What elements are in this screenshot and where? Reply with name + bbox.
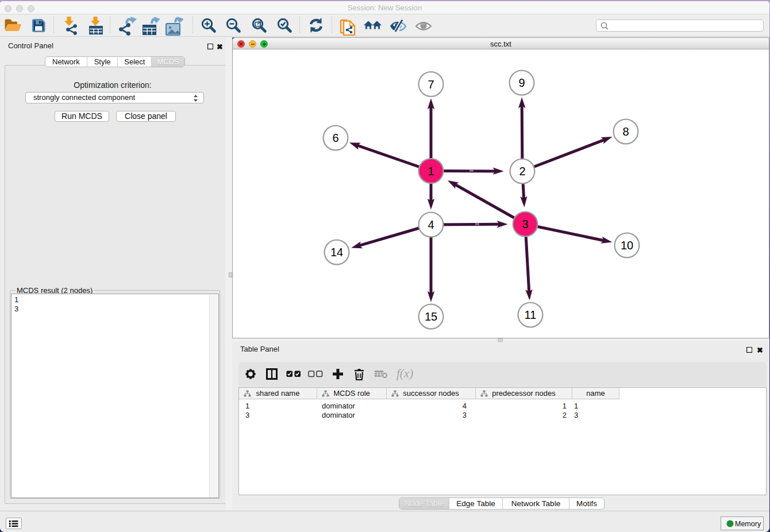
svg-text:3: 3 xyxy=(522,218,528,230)
svg-text:7: 7 xyxy=(428,78,434,91)
svg-text:9: 9 xyxy=(518,76,525,89)
svg-text:4: 4 xyxy=(428,218,434,231)
svg-text:15: 15 xyxy=(425,310,437,323)
svg-text:8: 8 xyxy=(622,125,629,138)
svg-text:2: 2 xyxy=(519,165,525,178)
svg-text:14: 14 xyxy=(330,246,343,259)
svg-text:1: 1 xyxy=(428,165,434,178)
svg-text:10: 10 xyxy=(621,239,633,252)
svg-text:11: 11 xyxy=(525,309,537,321)
svg-text:6: 6 xyxy=(332,132,338,144)
